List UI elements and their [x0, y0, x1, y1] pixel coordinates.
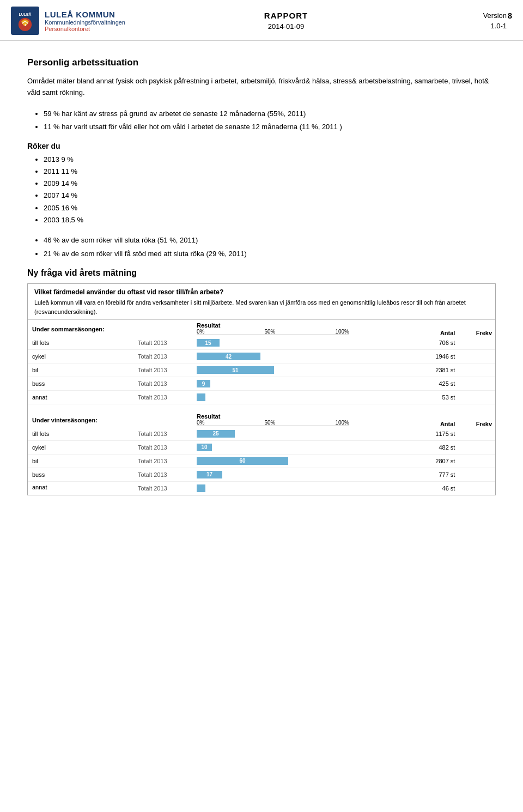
summer-year-1: Totalt 2013 — [135, 350, 193, 363]
winter-year-1: Totalt 2013 — [135, 440, 193, 454]
summer-row-0: till fots Totalt 2013 15 706 st — [28, 336, 495, 350]
summer-frekv-3 — [458, 377, 495, 391]
antal-header-winter: Antal — [411, 411, 459, 427]
summer-label-1: cykel — [28, 350, 135, 363]
summer-row-1: cykel Totalt 2013 42 1946 st — [28, 350, 495, 363]
summer-antal-4: 53 st — [411, 391, 459, 404]
scale-line-summer — [197, 335, 349, 335]
winter-frekv-2 — [458, 454, 495, 468]
summer-bar-2: 51 — [193, 363, 411, 377]
ny-fraga-title: Ny fråga vid årets mätning — [27, 268, 496, 278]
winter-bar-fill-3: 17 — [197, 471, 222, 478]
bar-fill-1: 42 — [197, 353, 260, 360]
winter-row-3: buss Totalt 2013 17 777 st — [28, 468, 495, 481]
scale-50: 50% — [264, 329, 275, 335]
bar-container-1: 42 — [197, 352, 408, 361]
bar-container-3: 9 — [197, 379, 408, 389]
winter-label: Under vintersäsongen: — [28, 411, 193, 427]
winter-label-2: bil — [28, 454, 135, 468]
page-header: LULEÅ ★ LULEÅ KOMMUN Kommunledningsförva… — [0, 0, 523, 41]
winter-year-3: Totalt 2013 — [135, 468, 193, 481]
summer-antal-3: 425 st — [411, 377, 459, 391]
summer-label-3: buss — [28, 377, 135, 391]
scale-0-w: 0% — [197, 420, 204, 426]
svg-text:LULEÅ: LULEÅ — [19, 12, 31, 16]
summer-bar-0: 15 — [193, 336, 411, 350]
page-number: 8 — [508, 11, 512, 20]
winter-season-header: Under vintersäsongen: Resultat 0% 50% 10… — [28, 411, 495, 427]
bar-fill-0: 15 — [197, 339, 220, 347]
summer-row-3: buss Totalt 2013 9 425 st — [28, 377, 495, 391]
roker-2007: 2007 14 % — [44, 190, 496, 202]
bar-fill-2: 51 — [197, 366, 274, 374]
winter-bar-fill-0: 25 — [197, 430, 235, 438]
winter-antal-2: 2807 st — [411, 454, 459, 468]
section-title: Personlig arbetssituation — [27, 57, 496, 68]
winter-bar-fill-2: 60 — [197, 457, 288, 465]
roker-2003: 2003 18,5 % — [44, 214, 496, 226]
frekv-header-winter: Frekv — [458, 411, 495, 427]
resultat-header-summer: Resultat 0% 50% 100% — [193, 320, 411, 336]
summer-year-2: Totalt 2013 — [135, 363, 193, 377]
resultat-label-winter: Resultat — [197, 413, 408, 420]
logo-icon: LULEÅ ★ — [11, 7, 39, 35]
antal-header-summer: Antal — [411, 320, 459, 336]
roker-2011: 2011 11 % — [44, 166, 496, 178]
scale-50-w: 50% — [264, 420, 275, 426]
bar-fill-4 — [197, 393, 205, 401]
bullet-vald: 11 % har varit utsatt för våld eller hot… — [44, 122, 496, 133]
winter-bar-container-4 — [197, 483, 408, 493]
rapport-label: RAPPORT — [153, 11, 419, 20]
winter-bar-container-1: 10 — [197, 443, 408, 452]
winter-row-2: bil Totalt 2013 60 2807 st — [28, 454, 495, 468]
winter-label-3: buss — [28, 468, 135, 481]
logo-title: LULEÅ KOMMUN — [45, 10, 125, 19]
winter-bar-0: 25 — [193, 427, 411, 441]
frekv-header-summer: Frekv — [458, 320, 495, 336]
survey-question: Vilket färdmedel använder du oftast vid … — [34, 288, 489, 296]
roker-2013: 2013 9 % — [44, 154, 496, 166]
winter-label-4: annat — [28, 481, 135, 495]
winter-frekv-3 — [458, 468, 495, 481]
winter-row-0: till fots Totalt 2013 25 1175 st — [28, 427, 495, 441]
scale-100: 100% — [335, 329, 349, 335]
summer-frekv-4 — [458, 391, 495, 404]
winter-year-4: Totalt 2013 — [135, 481, 193, 495]
summer-antal-1: 1946 st — [411, 350, 459, 363]
summer-frekv-1 — [458, 350, 495, 363]
summer-bar-4 — [193, 391, 411, 404]
main-content: Personlig arbetssituation Området mäter … — [0, 41, 523, 523]
header-right: Version 1.0-1 — [419, 11, 507, 30]
winter-antal-0: 1175 st — [411, 427, 459, 441]
summer-bar-3: 9 — [193, 377, 411, 391]
version-number: 1.0-1 — [419, 22, 507, 30]
summer-frekv-0 — [458, 336, 495, 350]
scale-100-w: 100% — [335, 420, 349, 426]
winter-bar-2: 60 — [193, 454, 411, 468]
bar-container-0: 15 — [197, 338, 408, 348]
scale-line-winter — [197, 426, 349, 426]
summer-year-4: Totalt 2013 — [135, 391, 193, 404]
summer-label-0: till fots — [28, 336, 135, 350]
divider-row — [28, 404, 495, 411]
roker-bullets: 46 % av de som röker vill sluta röka (51… — [27, 235, 496, 260]
roker-bullet-1: 46 % av de som röker vill sluta röka (51… — [44, 235, 496, 246]
svg-text:★: ★ — [24, 23, 27, 27]
scale-0: 0% — [197, 329, 204, 335]
scale-labels-summer: 0% 50% 100% — [197, 329, 349, 335]
winter-frekv-0 — [458, 427, 495, 441]
roker-2005: 2005 16 % — [44, 202, 496, 214]
winter-bar-fill-4 — [197, 484, 205, 492]
winter-frekv-1 — [458, 440, 495, 454]
roker-bullet-2: 21 % av de som röker vill få stöd med at… — [44, 249, 496, 260]
logo-area: LULEÅ ★ LULEÅ KOMMUN Kommunledningsförva… — [11, 7, 153, 35]
winter-bar-container-3: 17 — [197, 470, 408, 480]
bar-container-4 — [197, 392, 408, 402]
resultat-header-winter: Resultat 0% 50% 100% — [193, 411, 411, 427]
winter-year-0: Totalt 2013 — [135, 427, 193, 441]
intro-text: Området mäter bland annat fysisk och psy… — [27, 76, 496, 99]
summer-label: Under sommarsäsongen: — [28, 320, 193, 336]
winter-antal-4: 46 st — [411, 481, 459, 495]
scale-labels-winter: 0% 50% 100% — [197, 420, 349, 426]
summer-row-2: bil Totalt 2013 51 2381 st — [28, 363, 495, 377]
